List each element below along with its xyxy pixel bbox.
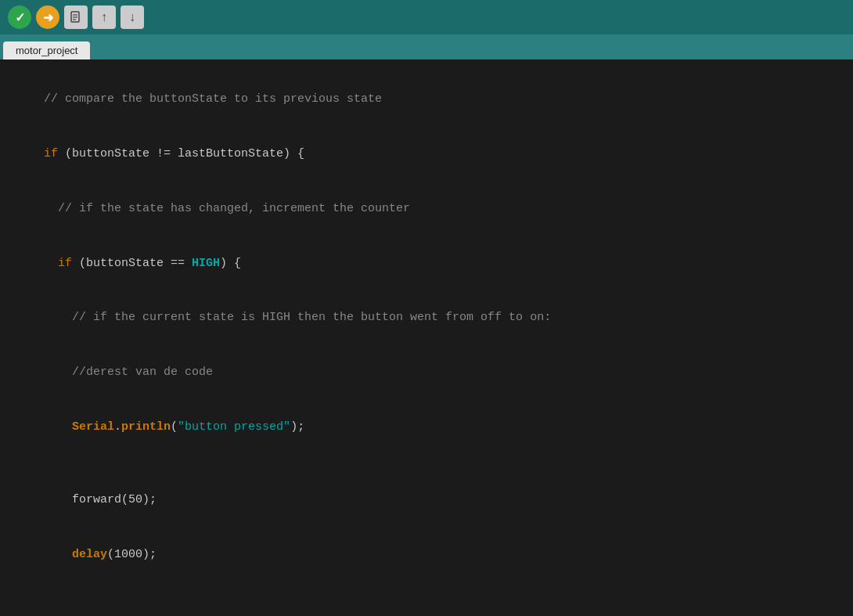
code-line-5: // if the current state is HIGH then the…	[16, 290, 853, 345]
code-line-12: while (ldrValue < 450) {	[16, 600, 853, 616]
scroll-down-button[interactable]: ↓	[121, 5, 144, 29]
code-line-9: forward(50);	[16, 473, 853, 528]
code-line-10: delay(1000);	[16, 527, 853, 582]
code-line-3: // if the state has changed, increment t…	[16, 182, 853, 236]
code-line-11	[16, 582, 853, 600]
code-line-8	[16, 454, 853, 472]
code-line-1: // compare the buttonState to its previo…	[16, 72, 853, 127]
code-editor[interactable]: // compare the buttonState to its previo…	[0, 59, 853, 616]
code-line-7: Serial.println("button pressed");	[16, 400, 853, 455]
code-line-2: if (buttonState != lastButtonState) {	[16, 127, 853, 182]
tab-motor-project[interactable]: motor_project	[3, 41, 90, 59]
code-line-6: //derest van de code	[16, 345, 853, 400]
tab-bar: motor_project	[0, 34, 853, 59]
new-button[interactable]	[64, 5, 88, 29]
scroll-up-button[interactable]: ↑	[92, 5, 116, 29]
code-line-4: if (buttonState == HIGH) {	[16, 236, 853, 290]
verify-button[interactable]: ✓	[8, 5, 31, 29]
toolbar: ✓ ➜ ↑ ↓	[0, 0, 853, 34]
upload-button[interactable]: ➜	[36, 5, 59, 29]
